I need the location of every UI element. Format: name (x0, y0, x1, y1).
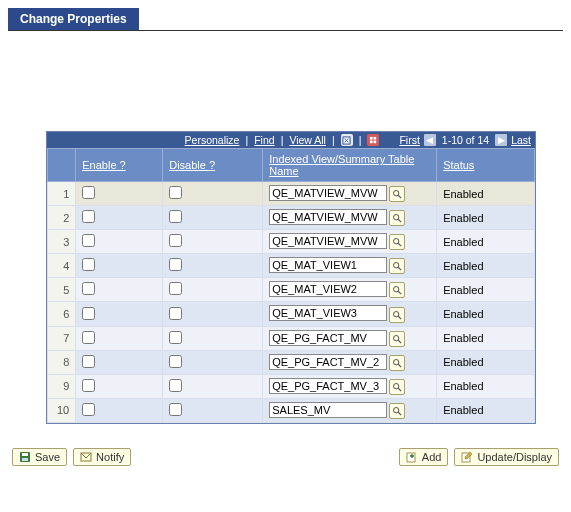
enable-cell (76, 182, 163, 206)
grid-toolbar: Personalize | Find | View All | | First … (47, 132, 535, 148)
find-link[interactable]: Find (254, 134, 274, 146)
col-header-disable[interactable]: Disable ? (163, 149, 263, 182)
disable-checkbox[interactable] (169, 331, 182, 344)
svg-point-21 (394, 383, 399, 388)
svg-point-9 (394, 239, 399, 244)
row-number: 6 (48, 302, 76, 326)
table-row: 3Enabled (48, 230, 535, 254)
col-header-enable[interactable]: Enable ? (76, 149, 163, 182)
update-display-button[interactable]: Update/Display (454, 448, 559, 466)
disable-checkbox[interactable] (169, 355, 182, 368)
table-row: 9Enabled (48, 374, 535, 398)
disable-checkbox[interactable] (169, 210, 182, 223)
col-header-status[interactable]: Status (437, 149, 535, 182)
disable-checkbox[interactable] (169, 258, 182, 271)
disable-checkbox[interactable] (169, 379, 182, 392)
table-name-input[interactable] (269, 233, 387, 249)
svg-line-22 (398, 388, 401, 391)
table-name-input[interactable] (269, 330, 387, 346)
prev-page-button[interactable]: ◀ (424, 134, 436, 146)
row-range: 1-10 of 14 (440, 134, 491, 146)
lookup-icon[interactable] (389, 379, 405, 395)
lookup-icon[interactable] (389, 234, 405, 250)
svg-rect-4 (373, 140, 376, 143)
enable-checkbox[interactable] (82, 234, 95, 247)
name-cell (263, 206, 437, 230)
enable-checkbox[interactable] (82, 355, 95, 368)
page-title-tab: Change Properties (8, 8, 139, 30)
svg-line-6 (398, 195, 401, 198)
name-cell (263, 374, 437, 398)
save-button-label: Save (35, 451, 60, 463)
enable-checkbox[interactable] (82, 307, 95, 320)
separator: | (330, 134, 337, 146)
svg-rect-27 (22, 458, 28, 461)
disable-checkbox[interactable] (169, 186, 182, 199)
name-cell (263, 398, 437, 422)
save-button[interactable]: Save (12, 448, 67, 466)
table-name-input[interactable] (269, 378, 387, 394)
enable-cell (76, 374, 163, 398)
table-row: 5Enabled (48, 278, 535, 302)
enable-checkbox[interactable] (82, 210, 95, 223)
status-cell: Enabled (437, 350, 535, 374)
table-row: 2Enabled (48, 206, 535, 230)
status-cell: Enabled (437, 230, 535, 254)
lookup-icon[interactable] (389, 210, 405, 226)
table-name-input[interactable] (269, 305, 387, 321)
next-page-button[interactable]: ▶ (495, 134, 507, 146)
svg-line-18 (398, 340, 401, 343)
zoom-icon[interactable] (341, 134, 353, 146)
enable-checkbox[interactable] (82, 379, 95, 392)
lookup-icon[interactable] (389, 307, 405, 323)
separator: | (357, 134, 364, 146)
table-name-input[interactable] (269, 354, 387, 370)
download-icon[interactable] (367, 134, 379, 146)
disable-checkbox[interactable] (169, 307, 182, 320)
name-cell (263, 254, 437, 278)
enable-cell (76, 206, 163, 230)
table-name-input[interactable] (269, 281, 387, 297)
enable-checkbox[interactable] (82, 331, 95, 344)
lookup-icon[interactable] (389, 282, 405, 298)
name-cell (263, 230, 437, 254)
disable-checkbox[interactable] (169, 282, 182, 295)
first-link[interactable]: First (399, 134, 419, 146)
svg-line-16 (398, 316, 401, 319)
lookup-icon[interactable] (389, 355, 405, 371)
enable-checkbox[interactable] (82, 403, 95, 416)
col-header-name[interactable]: Indexed View/Summary Table Name (263, 149, 437, 182)
notify-button[interactable]: Notify (73, 448, 131, 466)
disable-checkbox[interactable] (169, 234, 182, 247)
svg-rect-3 (370, 140, 373, 143)
personalize-link[interactable]: Personalize (185, 134, 240, 146)
svg-point-7 (394, 215, 399, 220)
page-action-bar: Save Notify Add Update/Display (8, 448, 563, 466)
lookup-icon[interactable] (389, 331, 405, 347)
svg-line-20 (398, 364, 401, 367)
disable-checkbox[interactable] (169, 403, 182, 416)
table-row: 8Enabled (48, 350, 535, 374)
table-name-input[interactable] (269, 402, 387, 418)
view-all-link[interactable]: View All (289, 134, 326, 146)
lookup-icon[interactable] (389, 403, 405, 419)
enable-checkbox[interactable] (82, 258, 95, 271)
row-number: 2 (48, 206, 76, 230)
row-number: 5 (48, 278, 76, 302)
row-number: 8 (48, 350, 76, 374)
table-name-input[interactable] (269, 185, 387, 201)
add-button[interactable]: Add (399, 448, 449, 466)
enable-checkbox[interactable] (82, 282, 95, 295)
lookup-icon[interactable] (389, 186, 405, 202)
last-link[interactable]: Last (511, 134, 531, 146)
svg-rect-26 (22, 453, 28, 456)
table-name-input[interactable] (269, 257, 387, 273)
enable-checkbox[interactable] (82, 186, 95, 199)
svg-rect-29 (407, 453, 415, 462)
svg-line-14 (398, 292, 401, 295)
title-divider (8, 30, 563, 31)
table-name-input[interactable] (269, 209, 387, 225)
name-cell (263, 302, 437, 326)
name-cell (263, 326, 437, 350)
lookup-icon[interactable] (389, 258, 405, 274)
